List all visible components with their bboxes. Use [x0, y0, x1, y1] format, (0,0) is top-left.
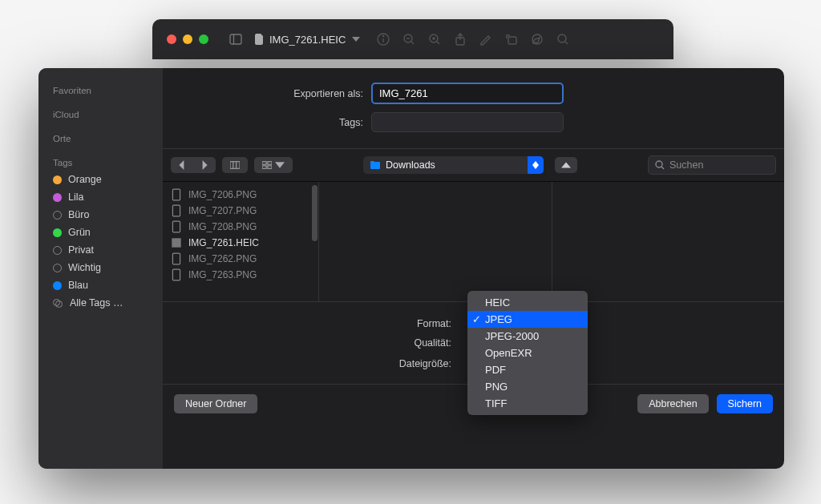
format-dropdown-menu[interactable]: HEICJPEGJPEG-2000OpenEXRPDFPNGTIFF	[467, 291, 588, 415]
chevron-down-icon[interactable]	[352, 37, 360, 42]
sidebar-locations-header: Orte	[38, 131, 163, 147]
format-option[interactable]: JPEG	[467, 311, 588, 328]
file-thumbnail-icon	[171, 268, 182, 281]
forward-button[interactable]	[193, 157, 216, 173]
info-icon[interactable]	[376, 32, 390, 46]
collapse-button[interactable]	[555, 157, 577, 173]
search-icon[interactable]	[556, 32, 570, 46]
tag-empty-circle	[53, 246, 62, 255]
view-options-button[interactable]	[254, 157, 293, 173]
tags-input[interactable]	[371, 112, 564, 132]
sidebar-tag-item[interactable]: Privat	[38, 241, 163, 259]
file-column-empty-2	[552, 182, 785, 301]
window-title: IMG_7261.HEIC	[255, 34, 360, 46]
format-option[interactable]: PNG	[467, 378, 588, 395]
file-thumbnail-icon	[171, 236, 182, 249]
tag-label: Büro	[68, 209, 89, 220]
sidebar-favorites-header: Favoriten	[38, 83, 163, 99]
window-title-text: IMG_7261.HEIC	[269, 34, 346, 46]
file-name: IMG_7262.PNG	[188, 253, 257, 264]
sidebar-tag-item[interactable]: Grün	[38, 224, 163, 241]
svg-rect-17	[230, 162, 240, 169]
tag-label: Grün	[68, 227, 91, 238]
format-option[interactable]: TIFF	[467, 395, 588, 412]
file-name: IMG_7261.HEIC	[188, 237, 259, 248]
format-option[interactable]: PDF	[467, 361, 588, 378]
updown-icon	[528, 156, 544, 174]
export-dialog: Favoriten iCloud Orte Tags OrangeLilaBür…	[38, 68, 784, 469]
rotate-icon[interactable]	[504, 32, 519, 46]
sidebar-toggle-icon[interactable]	[223, 33, 249, 46]
file-row[interactable]: IMG_7208.PNG	[163, 219, 318, 235]
format-option[interactable]: OpenEXR	[467, 345, 588, 361]
sidebar-tag-item[interactable]: Orange	[38, 171, 163, 188]
tag-color-dot	[53, 228, 62, 237]
svg-point-15	[558, 34, 566, 42]
file-name: IMG_7206.PNG	[188, 189, 257, 200]
export-as-label: Exportieren als:	[163, 88, 371, 99]
tag-color-dot	[53, 281, 62, 290]
svg-rect-21	[268, 162, 272, 164]
search-box[interactable]: Suchen	[648, 155, 776, 175]
sidebar-tag-item[interactable]: Wichtig	[38, 259, 163, 276]
tag-label: Alle Tags …	[70, 297, 123, 308]
file-row[interactable]: IMG_7207.PNG	[163, 203, 318, 219]
svg-rect-26	[172, 189, 180, 200]
format-option[interactable]: HEIC	[467, 294, 588, 311]
sidebar-tag-item[interactable]: Alle Tags …	[38, 294, 163, 312]
sidebar-tag-item[interactable]: Lila	[38, 188, 163, 206]
highlight-icon[interactable]	[530, 32, 544, 46]
file-column[interactable]: IMG_7206.PNGIMG_7207.PNGIMG_7208.PNGIMG_…	[163, 182, 319, 301]
svg-point-4	[383, 36, 384, 37]
minimize-window-button[interactable]	[183, 34, 192, 44]
svg-line-25	[661, 167, 664, 169]
svg-rect-22	[262, 166, 266, 168]
sidebar-tag-item[interactable]: Blau	[38, 276, 163, 294]
file-row[interactable]: IMG_7262.PNG	[163, 251, 318, 267]
file-name: IMG_7208.PNG	[188, 221, 257, 232]
finder-sidebar: Favoriten iCloud Orte Tags OrangeLilaBür…	[38, 68, 163, 469]
markup-icon[interactable]	[479, 32, 493, 46]
location-name: Downloads	[386, 159, 435, 171]
file-row[interactable]: IMG_7263.PNG	[163, 267, 318, 283]
sidebar-tag-item[interactable]: Büro	[38, 206, 163, 224]
file-row[interactable]: IMG_7261.HEIC	[163, 235, 318, 251]
view-columns-button[interactable]	[222, 157, 248, 173]
tag-color-dot	[53, 175, 62, 184]
new-folder-button[interactable]: Neuer Ordner	[174, 394, 257, 413]
export-filename-input[interactable]	[371, 83, 564, 104]
cancel-button[interactable]: Abbrechen	[637, 394, 708, 413]
tag-label: Lila	[68, 192, 83, 203]
tag-empty-circle	[53, 211, 62, 220]
zoom-in-icon[interactable]	[427, 32, 442, 46]
location-select[interactable]: Downloads	[363, 156, 544, 174]
scrollbar[interactable]	[312, 185, 317, 241]
tag-label: Wichtig	[68, 262, 101, 273]
svg-rect-27	[172, 205, 180, 216]
file-column-empty-1	[319, 182, 552, 301]
tag-label: Privat	[68, 244, 94, 256]
svg-point-24	[656, 161, 662, 167]
file-row[interactable]: IMG_7206.PNG	[163, 187, 318, 203]
dialog-main: Exportieren als: Tags: Downloads	[163, 68, 784, 469]
save-button[interactable]: Sichern	[717, 394, 773, 413]
file-thumbnail-icon	[171, 188, 182, 201]
maximize-window-button[interactable]	[199, 34, 208, 44]
format-option[interactable]: JPEG-2000	[467, 328, 588, 345]
file-thumbnail-icon	[171, 252, 182, 265]
back-button[interactable]	[171, 157, 193, 173]
tag-label: Blau	[68, 280, 88, 291]
filesize-label: Dateigröße:	[163, 358, 459, 369]
close-window-button[interactable]	[167, 34, 176, 44]
traffic-lights	[152, 34, 223, 44]
file-thumbnail-icon	[171, 220, 182, 233]
share-icon[interactable]	[453, 32, 467, 46]
tag-label: Orange	[68, 174, 102, 185]
all-tags-icon	[53, 299, 63, 308]
preview-toolbar: IMG_7261.HEIC	[152, 19, 673, 59]
zoom-out-icon[interactable]	[402, 32, 416, 46]
quality-label: Qualität:	[163, 337, 459, 349]
search-icon	[655, 160, 665, 170]
svg-rect-29	[172, 238, 180, 247]
svg-rect-23	[268, 166, 272, 168]
